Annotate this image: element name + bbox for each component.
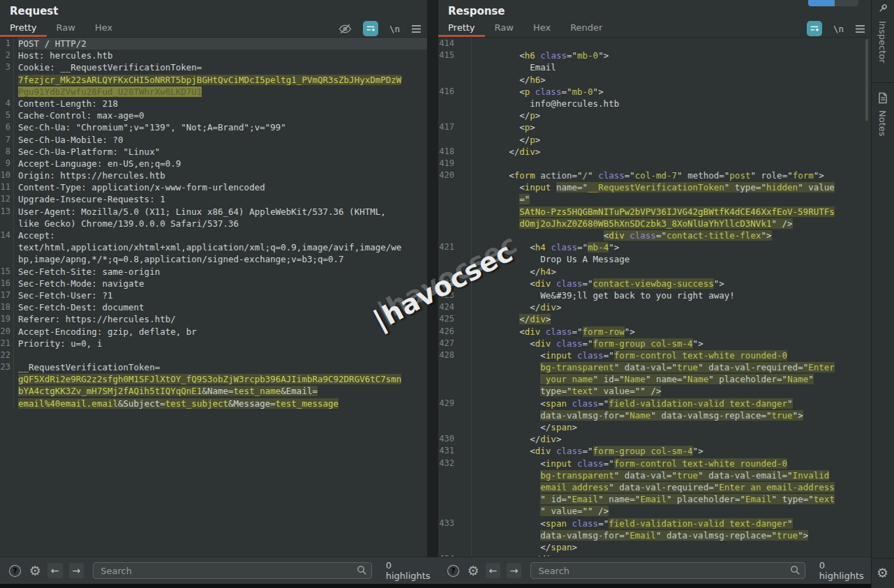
line-number: [0, 253, 14, 265]
search-settings-icon[interactable]: ⚙: [468, 564, 479, 578]
line-number: 9: [0, 158, 14, 169]
code-line: bYA4ctgKK3Zv_mH7SMj2fAQih5tIQYqQnE1&Name…: [0, 385, 427, 397]
word-wrap-icon[interactable]: [363, 21, 378, 36]
next-match-button[interactable]: →: [507, 563, 521, 578]
search-input[interactable]: [93, 562, 371, 579]
code-line: 431 <div class="form-group col-sm-4">: [438, 445, 871, 457]
tab-raw[interactable]: Raw: [47, 20, 85, 37]
code-line: </span>: [438, 421, 871, 433]
sidebar-tab-inspector[interactable]: Inspector: [877, 21, 888, 63]
code-line: 432 <input class="form-control text-whit…: [438, 458, 871, 469]
search-settings-icon[interactable]: ⚙: [29, 564, 41, 578]
next-match-button[interactable]: →: [69, 563, 84, 578]
settings-gear-icon[interactable]: ⚙: [877, 565, 888, 580]
segment-inactive[interactable]: [835, 0, 858, 6]
hide-eye-icon[interactable]: [338, 22, 352, 36]
word-wrap-icon[interactable]: [807, 21, 822, 36]
prev-match-button[interactable]: ←: [47, 563, 63, 578]
response-editor[interactable]: 414415 <h6 class="mb-0"> Email </h6>416 …: [438, 38, 871, 557]
response-tabs: PrettyRawHexRender: [438, 20, 612, 37]
sidebar-divider: [872, 82, 894, 83]
request-editor[interactable]: 1POST / HTTP/22Host: hercules.htb3Cookie…: [0, 38, 427, 557]
newline-chars-icon[interactable]: \n: [833, 24, 844, 34]
line-number: 424: [438, 301, 472, 313]
code-line: 420 <form action="/" class="col-md-7" me…: [438, 169, 871, 181]
line-number: [438, 229, 472, 241]
request-tabs: PrettyRawHex: [0, 20, 122, 37]
line-number: [438, 505, 472, 517]
response-scrollbar[interactable]: [865, 39, 868, 121]
menu-icon[interactable]: [855, 24, 865, 33]
line-number: 431: [438, 445, 472, 457]
line-number: [438, 469, 472, 481]
code-line: 426 <div class="form-row">: [438, 326, 871, 338]
code-line: 8Sec-Ch-Ua-Platform: "Linux": [0, 146, 427, 158]
code-line: 422 <div class="contact-viewbag-success"…: [438, 278, 871, 289]
code-line: 16Sec-Fetch-Mode: navigate: [0, 278, 427, 289]
code-line: </span>: [438, 541, 871, 553]
code-line: 17Sec-Fetch-User: ?1: [0, 289, 427, 301]
line-number: [0, 373, 14, 385]
search-box: [93, 562, 371, 579]
line-number: [0, 398, 14, 409]
code-line: 421 <h4 class="mb-4">: [438, 241, 871, 253]
pin-icon[interactable]: [877, 3, 888, 14]
line-number: 428: [438, 349, 472, 361]
tab-hex[interactable]: Hex: [523, 20, 560, 37]
line-number: 22: [0, 349, 14, 361]
help-icon[interactable]: ?: [447, 565, 459, 577]
code-line: 20Accept-Encoding: gzip, deflate, br: [0, 326, 427, 338]
code-line: info@hercules.htb: [438, 98, 871, 110]
code-line: " id="Email" name="Email" placeholder="E…: [438, 493, 871, 505]
line-number: [438, 529, 472, 541]
tab-hex[interactable]: Hex: [85, 20, 122, 37]
tab-pretty[interactable]: Pretty: [0, 20, 47, 37]
tab-render[interactable]: Render: [560, 20, 612, 37]
help-icon[interactable]: ?: [9, 565, 21, 577]
panel-divider[interactable]: [427, 0, 438, 557]
code-line: bp,image/apng,*/*;q=0.8,application/sign…: [0, 253, 427, 265]
code-line: Pgu91YdbZVwfu28Fud_U28TWhrXw8LKD7U1: [0, 86, 427, 98]
line-number: [0, 385, 14, 397]
code-line: 425 </div>: [438, 313, 871, 325]
code-line: 22: [0, 349, 427, 361]
search-input[interactable]: [530, 562, 805, 579]
code-line: 416 <p class="mb-0">: [438, 86, 871, 98]
segment-active[interactable]: [808, 0, 835, 6]
code-line: bg-transparent" data-val="true" data-val…: [438, 361, 871, 373]
line-number: 8: [0, 146, 14, 158]
line-number: 13: [0, 206, 14, 218]
sidebar-divider: [872, 558, 894, 559]
code-line: email address" data-val-required="Enter …: [438, 481, 871, 493]
menu-icon[interactable]: [411, 24, 422, 33]
prev-match-button[interactable]: ←: [486, 563, 500, 578]
line-number: [438, 409, 472, 421]
request-title: Request: [0, 0, 427, 20]
line-number: 23: [0, 361, 14, 373]
sidebar-tab-notes[interactable]: Notes: [877, 110, 888, 137]
notes-icon[interactable]: [877, 92, 888, 104]
line-number: [438, 181, 472, 193]
line-number: 11: [0, 181, 14, 193]
line-number: [438, 421, 472, 433]
view-segmented-control[interactable]: [808, 0, 858, 6]
code-line: </h6>: [438, 74, 871, 86]
code-line: 21Priority: u=0, i: [0, 338, 427, 349]
code-line: 417 <p>: [438, 121, 871, 133]
line-number: [438, 361, 472, 373]
code-line: 3Cookie: __RequestVerificationToken=: [0, 61, 427, 73]
code-line: dOmj2oJhxZ0Z680WB5hXnSDCzbk3_8XoNlUaYhYl…: [438, 218, 871, 229]
code-line: type="text" value="" />: [438, 385, 871, 397]
code-line: 4Content-Length: 218: [0, 98, 427, 110]
line-number: 432: [438, 458, 472, 469]
magnifier-icon: [357, 565, 367, 578]
code-line: <div class="contact-title-flex">: [438, 229, 871, 241]
tab-pretty[interactable]: Pretty: [438, 20, 485, 37]
tab-raw[interactable]: Raw: [485, 20, 523, 37]
code-line: 423 We&#39;ll get back to you right away…: [438, 289, 871, 301]
code-line: text/html,application/xhtml+xml,applicat…: [0, 241, 427, 253]
line-number: 421: [438, 241, 472, 253]
newline-chars-icon[interactable]: \n: [389, 24, 400, 34]
code-line: 7fezjcr_Mk22sARLQYFKxCHI5oNRRT5bpjBGHtQv…: [0, 74, 427, 86]
line-number: 14: [0, 229, 14, 241]
